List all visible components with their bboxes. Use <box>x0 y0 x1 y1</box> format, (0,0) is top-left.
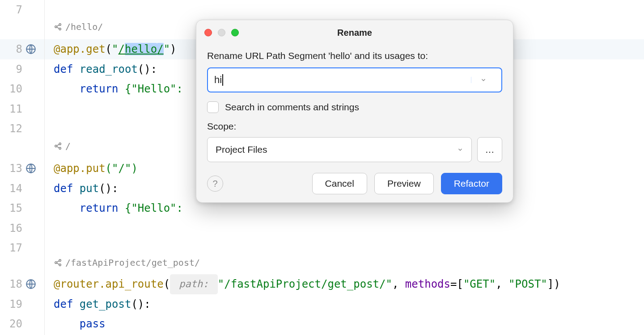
endpoint-icon[interactable] <box>25 163 37 174</box>
line-number: 13 <box>0 159 22 179</box>
line-number: 19 <box>0 294 22 314</box>
line-number: 18 <box>0 274 22 294</box>
svg-point-9 <box>55 262 57 264</box>
line-number: 10 <box>0 79 22 99</box>
gutter: 7 8 9 10 11 12 13 14 15 16 17 18 19 20 <box>0 0 45 335</box>
minimize-window-button <box>218 29 225 37</box>
line-number: 16 <box>0 218 22 239</box>
rename-input-value: hi <box>214 74 222 86</box>
line-number: 17 <box>0 238 22 258</box>
chevron-down-icon <box>457 147 463 153</box>
line-number: 7 <box>0 0 22 20</box>
code-line[interactable]: @router.api_route( path: "/fastApiProjec… <box>45 274 644 294</box>
endpoint-icon[interactable] <box>25 43 37 55</box>
inlay-text: / <box>65 141 71 151</box>
window-controls <box>204 29 239 37</box>
dialog-titlebar: Rename <box>196 20 513 45</box>
line-number: 11 <box>0 99 22 119</box>
rename-prompt: Rename URL Path Segment 'hello' and its … <box>207 50 502 61</box>
code-line[interactable]: def get_post(): <box>45 294 644 314</box>
url-segment-hello[interactable]: hello <box>125 43 157 55</box>
share-icon <box>54 142 63 151</box>
svg-point-6 <box>55 145 57 147</box>
endpoint-inlay[interactable]: /hello/ <box>54 21 103 32</box>
endpoint-inlay[interactable]: /fastApiProject/get_post/ <box>54 257 200 268</box>
line-number: 12 <box>0 119 22 139</box>
scope-select[interactable]: Project Files <box>207 137 472 162</box>
rename-input[interactable]: hi <box>207 67 502 92</box>
inlay-text: /fastApiProject/get_post/ <box>65 257 200 268</box>
line-number: 14 <box>0 179 22 199</box>
scope-label: Scope: <box>207 121 502 132</box>
scope-value: Project Files <box>216 144 267 155</box>
share-icon <box>54 22 63 31</box>
text-caret <box>222 74 223 86</box>
search-comments-checkbox[interactable] <box>207 101 219 113</box>
line-number: 20 <box>0 314 22 334</box>
rename-dialog: Rename Rename URL Path Segment 'hello' a… <box>196 20 513 203</box>
preview-button[interactable]: Preview <box>374 173 434 194</box>
code-line[interactable]: pass <box>45 314 644 334</box>
scope-more-button[interactable]: … <box>477 137 502 162</box>
help-button[interactable]: ? <box>207 176 223 192</box>
chevron-down-icon <box>480 77 487 83</box>
svg-point-3 <box>55 26 57 28</box>
code-editor[interactable]: 7 8 9 10 11 12 13 14 15 16 17 18 19 20 <box>0 0 644 335</box>
param-hint: path: <box>170 274 218 294</box>
search-comments-label: Search in comments and strings <box>225 102 359 113</box>
cancel-button[interactable]: Cancel <box>312 173 367 194</box>
refactor-button[interactable]: Refactor <box>441 173 502 194</box>
close-window-button[interactable] <box>204 29 212 37</box>
endpoint-inlay[interactable]: / <box>54 141 71 151</box>
line-number: 8 <box>0 39 22 59</box>
share-icon <box>54 258 63 267</box>
endpoint-icon[interactable] <box>25 278 37 290</box>
rename-history-dropdown[interactable] <box>471 77 495 83</box>
line-number: 9 <box>0 59 22 80</box>
zoom-window-button[interactable] <box>231 29 239 37</box>
dialog-title: Rename <box>337 28 372 38</box>
line-number: 15 <box>0 198 22 218</box>
inlay-text: /hello/ <box>65 21 103 32</box>
